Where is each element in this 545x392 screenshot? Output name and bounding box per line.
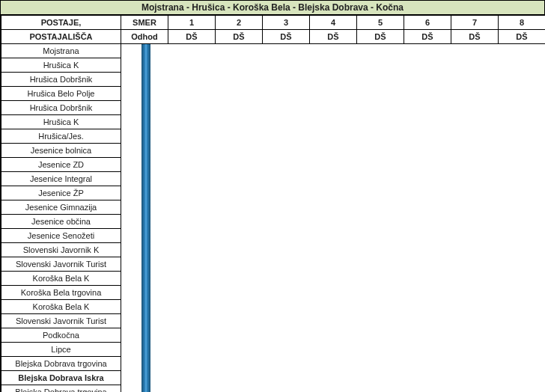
stop-name: Koroška Bela trgovina	[1, 286, 121, 300]
col-header-2: DŠ	[168, 30, 216, 44]
stops-header: POSTAJE,	[1, 16, 121, 30]
times-area	[121, 44, 546, 393]
col-header-2: DŠ	[216, 30, 263, 44]
stop-name: Jesenice ZD	[1, 158, 121, 172]
col-header-2: DŠ	[499, 30, 546, 44]
stop-name: Blejska Dobrava trgovina	[1, 385, 121, 393]
direction-arrow	[138, 44, 154, 392]
col-header: 2	[216, 16, 263, 30]
stop-name: Blejska Dobrava trgovina	[1, 357, 121, 371]
direction-header-2: Odhod	[121, 30, 168, 44]
stop-name: Jesenice ŽP	[1, 186, 121, 200]
col-header: 4	[310, 16, 357, 30]
header-row-2: POSTAJALIŠČA Odhod DŠ DŠ DŠ DŠ DŠ DŠ DŠ …	[1, 30, 546, 44]
stop-name: Jesenice Integral	[1, 172, 121, 186]
col-header-2: DŠ	[404, 30, 451, 44]
arrow-down-icon	[141, 44, 150, 392]
stop-name: Blejska Dobrava Iskra	[1, 371, 121, 385]
stop-name: Slovenski Javornik Turist	[1, 314, 121, 328]
stop-name: Koroška Bela K	[1, 300, 121, 314]
col-header: 7	[451, 16, 499, 30]
stop-name: Koroška Bela K	[1, 272, 121, 286]
stop-name: Slovenski Javornik K	[1, 243, 121, 257]
stops-header-2: POSTAJALIŠČA	[1, 30, 121, 44]
timetable-frame: Mojstrana - Hrušica - Koroška Bela - Ble…	[0, 0, 545, 392]
stop-name: Podkočna	[1, 328, 121, 343]
col-header-2: DŠ	[263, 30, 310, 44]
stop-name: Jesenice občina	[1, 215, 121, 229]
stop-name: Hrušica K	[1, 58, 121, 73]
timetable: POSTAJE, SMER 1 2 3 4 5 6 7 8 POSTAJALIŠ…	[1, 15, 545, 392]
stop-name: Mojstrana	[1, 44, 121, 58]
col-header-2: DŠ	[310, 30, 357, 44]
stops-body: MojstranaHrušica KHrušica DobršnikHrušic…	[1, 44, 546, 393]
stop-name: Hrušica Belo Polje	[1, 87, 121, 101]
stop-name: Jesenice Gimnazija	[1, 200, 121, 215]
stop-name: Lipce	[1, 343, 121, 357]
col-header: 5	[357, 16, 404, 30]
stop-name: Slovenski Javornik Turist	[1, 257, 121, 272]
stop-name: Hrušica K	[1, 115, 121, 129]
stop-name: Jesenice Senožeti	[1, 229, 121, 243]
stop-name: Hrušica Dobršnik	[1, 101, 121, 115]
col-header: 6	[404, 16, 451, 30]
col-header: 8	[499, 16, 546, 30]
stop-name: Hrušica Dobršnik	[1, 73, 121, 87]
col-header: 1	[168, 16, 216, 30]
header-row-1: POSTAJE, SMER 1 2 3 4 5 6 7 8	[1, 16, 546, 30]
col-header: 3	[263, 16, 310, 30]
col-header-2: DŠ	[451, 30, 499, 44]
table-row: Mojstrana	[1, 44, 546, 58]
route-title: Mojstrana - Hrušica - Koroška Bela - Ble…	[1, 1, 544, 15]
stop-name: Hrušica/Jes.	[1, 129, 121, 144]
direction-header: SMER	[121, 16, 168, 30]
col-header-2: DŠ	[357, 30, 404, 44]
stop-name: Jesenice bolnica	[1, 144, 121, 158]
